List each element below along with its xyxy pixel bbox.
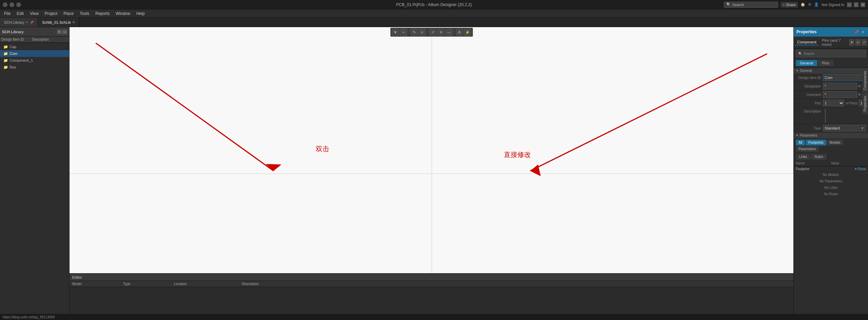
rp-close-btn[interactable]: ✕ bbox=[861, 30, 865, 34]
design-item-id-input[interactable]: Com bbox=[823, 74, 866, 81]
menu-file[interactable]: File bbox=[1, 10, 13, 17]
restore-icon-btn[interactable]: ↩ bbox=[855, 39, 860, 45]
menu-project[interactable]: Project bbox=[42, 10, 60, 17]
text-btn[interactable]: A bbox=[456, 28, 463, 36]
right-panel-controls: 📌 ✕ bbox=[853, 30, 865, 34]
links-btn[interactable]: Links bbox=[796, 154, 810, 160]
power-btn[interactable]: ⚡ bbox=[464, 28, 471, 36]
editor-title: Editor bbox=[72, 275, 82, 279]
list-item[interactable]: 📁 Com bbox=[0, 50, 69, 57]
menu-window[interactable]: Window bbox=[113, 10, 133, 17]
footprints-btn[interactable]: Footprints bbox=[806, 140, 826, 145]
rp-search-placeholder: Search bbox=[804, 52, 814, 56]
comment-eye-icon[interactable]: 👁 bbox=[858, 93, 861, 97]
pin-tool[interactable]: ≡ bbox=[418, 28, 426, 36]
field-row-type: Type Standard ▼ bbox=[794, 124, 868, 133]
tab-close-sch-library[interactable]: ✕ bbox=[26, 20, 28, 24]
folder-icon: 📁 bbox=[3, 58, 8, 63]
pin-icon[interactable]: 📌 bbox=[30, 21, 34, 24]
sidebar-title: SCH Library bbox=[2, 30, 24, 34]
rp-tab-pins[interactable]: Pins bbox=[818, 60, 833, 66]
tab-pins[interactable]: Pins (and 7 more) bbox=[820, 38, 847, 47]
footprint-dropdown-icon[interactable]: ▼ bbox=[854, 167, 857, 171]
share-button[interactable]: + Share bbox=[781, 2, 798, 7]
no-rules-text: No Rules bbox=[794, 191, 868, 197]
settings-icon[interactable]: ⚙ bbox=[808, 2, 811, 7]
rp-pin-btn[interactable]: 📌 bbox=[853, 30, 860, 34]
menu-place[interactable]: Place bbox=[61, 10, 76, 17]
svg-line-2 bbox=[530, 54, 767, 171]
svg-marker-1 bbox=[265, 164, 281, 171]
item-name: Cap bbox=[9, 45, 16, 49]
cross-btn[interactable]: ✕ bbox=[437, 28, 445, 36]
right-panel: Properties 📌 ✕ Component Pins (and 7 mor… bbox=[793, 27, 868, 320]
editor-area: Editor Model Type Location Description bbox=[70, 273, 793, 314]
tree-list: 📁 Cap 📁 Com 📁 Component_1 📁 Res bbox=[0, 43, 69, 320]
title-bar: PCB_01.PrjPcb - Altium Designer (20.2.2)… bbox=[0, 0, 868, 9]
side-tab-properties[interactable]: Properties bbox=[862, 93, 868, 114]
field-row-part: Part 1 of Parts 1 🔒 bbox=[794, 99, 868, 107]
side-tab-components[interactable]: Components bbox=[862, 68, 868, 93]
models-btn[interactable]: Models bbox=[827, 140, 843, 145]
no-parameters-text: No Parameters bbox=[794, 178, 868, 184]
menu-help[interactable]: Help bbox=[134, 10, 147, 17]
of-parts-label: of Parts bbox=[846, 101, 857, 105]
menu-view[interactable]: View bbox=[27, 10, 41, 17]
parameters-btn[interactable]: Parameters bbox=[796, 146, 819, 152]
filter-icon-btn[interactable]: ▼ bbox=[849, 39, 854, 45]
restore-button[interactable]: □ bbox=[854, 2, 859, 7]
tab-close-schlib[interactable]: ✕ bbox=[72, 20, 75, 24]
rp-tab-general[interactable]: General bbox=[796, 60, 817, 66]
rp-search-bar[interactable]: 🔍 Search bbox=[796, 50, 866, 57]
links-rules-buttons: Links Rules bbox=[794, 153, 868, 160]
comment-input[interactable]: * bbox=[823, 91, 857, 98]
description-label: Description bbox=[796, 108, 823, 113]
designator-label: Designator bbox=[796, 84, 823, 88]
global-search-bar[interactable]: 🔍 Search bbox=[724, 2, 778, 8]
filter-btn[interactable]: ▼ bbox=[392, 28, 399, 36]
editor-col-model: Model bbox=[72, 282, 123, 286]
designator-input[interactable]: * bbox=[823, 83, 857, 89]
menu-edit[interactable]: Edit bbox=[14, 10, 26, 17]
sidebar-menu-btn[interactable]: ≡ bbox=[57, 29, 62, 34]
list-item[interactable]: 📁 Res bbox=[0, 64, 69, 71]
tab-component[interactable]: Component bbox=[795, 39, 818, 45]
line-btn[interactable]: — bbox=[445, 28, 453, 36]
home-icon[interactable]: 🏠 bbox=[801, 2, 805, 7]
wire-btn[interactable]: ↗ bbox=[429, 28, 436, 36]
part-value-input[interactable]: 1 bbox=[823, 100, 830, 106]
side-tabs-container: Components Properties bbox=[862, 68, 868, 114]
edit-btn[interactable]: ✎ bbox=[410, 28, 418, 36]
field-row-designator: Designator * 👁 🔒 bbox=[794, 82, 868, 91]
direct-edit-label: 直接修改 bbox=[504, 150, 531, 159]
tab-schlib[interactable]: Schlib_01.SchLib ✕ bbox=[38, 18, 79, 27]
tab-sch-library[interactable]: SCH Library ✕ 📌 bbox=[0, 18, 38, 27]
expand-icon-btn[interactable]: ⤢ bbox=[862, 39, 867, 45]
all-btn[interactable]: All bbox=[796, 140, 805, 145]
type-select[interactable]: Standard ▼ bbox=[823, 125, 866, 132]
double-click-label: 双击 bbox=[316, 144, 329, 154]
list-item[interactable]: 📁 Component_1 bbox=[0, 57, 69, 64]
tab-bar: SCH Library ✕ 📌 Schlib_01.SchLib ✕ bbox=[0, 18, 868, 27]
close-button[interactable]: ✕ bbox=[861, 2, 865, 7]
menu-reports[interactable]: Reports bbox=[93, 10, 112, 17]
rp-tab-bar: Component Pins (and 7 more) ▼ ↩ ⤢ bbox=[794, 37, 868, 48]
rules-btn[interactable]: Rules bbox=[811, 154, 827, 160]
params-buttons: All Footprints Models Parameters bbox=[794, 138, 868, 153]
sidebar-collapse-btn[interactable]: — bbox=[62, 29, 67, 34]
no-links-text: No Links bbox=[794, 184, 868, 191]
designator-eye-icon[interactable]: 👁 bbox=[858, 84, 861, 88]
bottom-status-bar: https://blog.csdn.net/qq_38113008 bbox=[0, 314, 868, 320]
show-button[interactable]: Show bbox=[857, 167, 866, 171]
menu-tools[interactable]: Tools bbox=[77, 10, 92, 17]
add-btn[interactable]: + bbox=[400, 28, 407, 36]
part-select[interactable] bbox=[831, 100, 844, 106]
minimize-button[interactable]: ─ bbox=[847, 2, 852, 7]
description-textarea[interactable] bbox=[825, 109, 826, 122]
list-item[interactable]: 📁 Cap bbox=[0, 43, 69, 50]
sidebar-header: SCH Library ≡ — bbox=[0, 27, 69, 37]
folder-icon: 📁 bbox=[3, 44, 8, 49]
user-icon[interactable]: 👤 bbox=[814, 2, 819, 7]
field-row-description: Description bbox=[794, 107, 868, 124]
not-signed-in: Not Signed In bbox=[822, 3, 844, 7]
